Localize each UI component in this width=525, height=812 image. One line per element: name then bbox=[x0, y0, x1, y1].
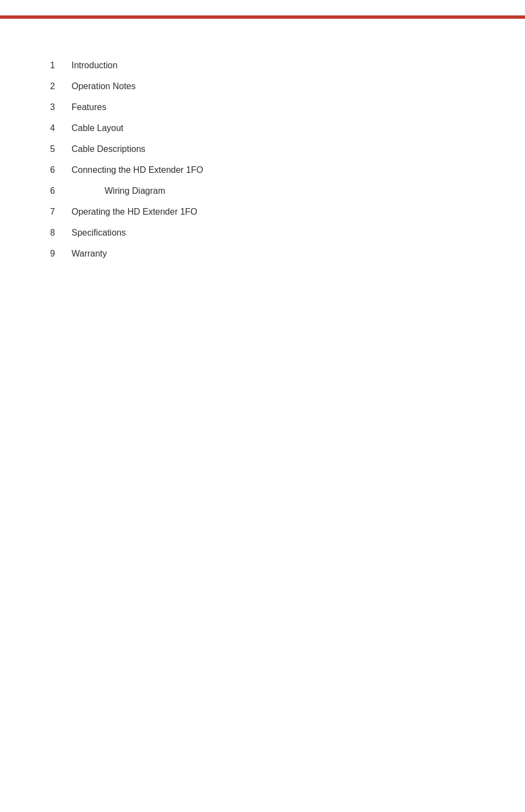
toc-number: 6 bbox=[44, 186, 72, 196]
toc-number: 8 bbox=[44, 228, 72, 238]
toc-row: 6Wiring Diagram bbox=[44, 181, 481, 201]
toc-label: Operating the HD Extender 1FO bbox=[72, 207, 198, 217]
table-of-contents: 1Introduction2Operation Notes3Features4C… bbox=[44, 55, 481, 264]
toc-label: Specifications bbox=[72, 228, 126, 238]
top-bar-accent bbox=[0, 15, 525, 19]
toc-row: 8Specifications bbox=[44, 222, 481, 243]
toc-number: 3 bbox=[44, 102, 72, 112]
toc-row: 6Connecting the HD Extender 1FO bbox=[44, 160, 481, 181]
toc-number: 1 bbox=[44, 61, 72, 70]
toc-label: Operation Notes bbox=[72, 81, 136, 91]
toc-row: 1Introduction bbox=[44, 55, 481, 76]
toc-row: 2Operation Notes bbox=[44, 76, 481, 97]
toc-label: Wiring Diagram bbox=[72, 186, 165, 196]
toc-row: 9Warranty bbox=[44, 243, 481, 264]
toc-number: 4 bbox=[44, 123, 72, 133]
toc-label: Features bbox=[72, 102, 106, 112]
toc-label: Cable Descriptions bbox=[72, 144, 145, 154]
toc-number: 2 bbox=[44, 81, 72, 91]
toc-label: Connecting the HD Extender 1FO bbox=[72, 165, 203, 175]
toc-label: Introduction bbox=[72, 61, 118, 70]
toc-label: Cable Layout bbox=[72, 123, 123, 133]
toc-number: 9 bbox=[44, 249, 72, 259]
toc-number: 6 bbox=[44, 165, 72, 175]
toc-label: Warranty bbox=[72, 249, 107, 259]
toc-row: 4Cable Layout bbox=[44, 118, 481, 139]
page-container: 1Introduction2Operation Notes3Features4C… bbox=[0, 0, 525, 812]
toc-number: 5 bbox=[44, 144, 72, 154]
toc-row: 3Features bbox=[44, 97, 481, 118]
toc-number: 7 bbox=[44, 207, 72, 217]
content-area: 1Introduction2Operation Notes3Features4C… bbox=[0, 0, 525, 297]
toc-row: 5Cable Descriptions bbox=[44, 139, 481, 160]
toc-row: 7Operating the HD Extender 1FO bbox=[44, 201, 481, 222]
